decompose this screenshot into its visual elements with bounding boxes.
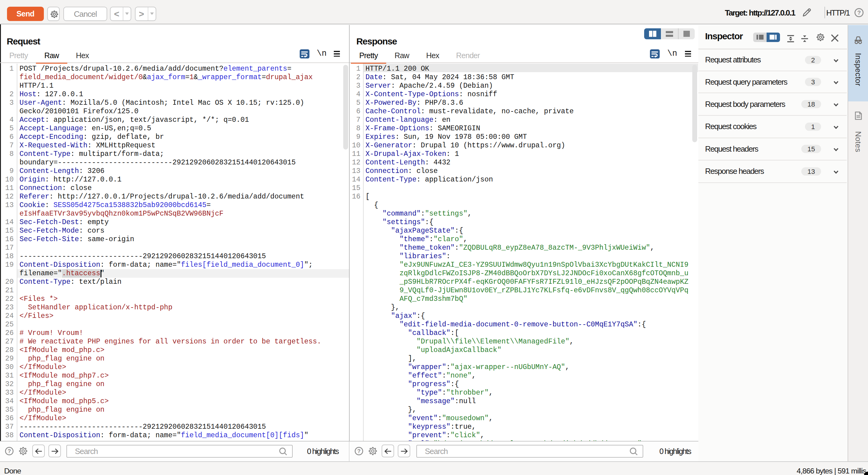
svg-text:?: ? — [857, 9, 861, 16]
svg-text:?: ? — [357, 448, 361, 454]
svg-text:?: ? — [8, 448, 11, 454]
